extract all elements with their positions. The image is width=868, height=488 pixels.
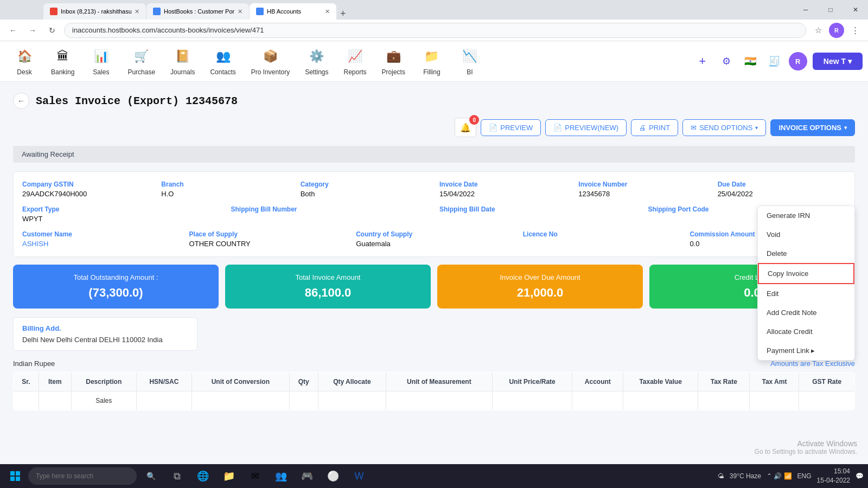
contacts-label: Contacts [210,68,235,76]
add-button[interactable]: + [693,52,712,70]
start-button[interactable] [4,465,26,487]
outstanding-value: (73,300.0) [22,286,210,300]
extensions-button[interactable]: ⋮ [847,23,863,38]
user-avatar[interactable]: R [789,52,807,70]
mail-button[interactable]: ✉ [243,465,267,487]
taskbar-search-input[interactable] [28,467,137,485]
nav-purchase[interactable]: 🛒 Purchase [120,42,163,80]
chrome-button[interactable]: ⚪ [321,465,345,487]
new-transaction-button[interactable]: New T ▾ [813,53,863,70]
preview-icon: 📄 [489,124,497,132]
flag-button[interactable]: 🇮🇳 [741,52,760,70]
nav-bi[interactable]: 📉 BI [451,42,489,80]
maximize-button[interactable]: □ [818,0,843,20]
nav-contacts[interactable]: 👥 Contacts [202,42,243,80]
weather-text: 39°C Haze [730,472,761,480]
nav-desk[interactable]: 🏠 Desk [5,42,43,80]
bookmark-button[interactable]: ☆ [810,23,826,38]
browser-tab-hb-accounts[interactable]: HB Accounts ✕ [250,3,336,20]
void-item[interactable]: Void [758,225,854,244]
send-options-button[interactable]: ✉ SEND OPTIONS ▾ [682,119,766,136]
row-sr [14,391,39,410]
edge-browser-button[interactable]: 🌐 [191,465,215,487]
add-credit-note-item[interactable]: Add Credit Note [758,303,854,322]
allocate-credit-item[interactable]: Allocate Credit [758,322,854,341]
address-input[interactable] [64,23,806,38]
back-nav-button[interactable]: ← [5,23,21,38]
reports-label: Reports [344,68,367,76]
send-dropdown-arrow: ▾ [755,125,758,131]
hostbooks-favicon [153,8,161,15]
nav-sales[interactable]: 📊 Sales [82,42,120,80]
reload-button[interactable]: ↻ [44,23,60,38]
projects-label: Projects [382,68,405,76]
hostbooks-tab-close[interactable]: ✕ [238,8,242,15]
banking-icon: 🏛 [53,47,73,66]
generate-irn-item[interactable]: Generate IRN [758,206,854,225]
minimize-button[interactable]: ─ [793,0,818,20]
notification-area: ⌃ 🔊 📶 [767,472,792,480]
preview-new-button[interactable]: 📄 PREVIEW(NEW) [545,119,627,136]
company-gstin-label: Company GSTIN [22,181,150,188]
invoice-icon-button[interactable]: 🧾 [765,52,783,70]
profile-button[interactable]: R [829,23,844,38]
notifications-bell[interactable]: 💬 [856,472,864,480]
payment-link-item[interactable]: Payment Link [758,341,854,360]
action-bar: 🔔 0 📄 PREVIEW 📄 PREVIEW(NEW) 🖨 PRINT ✉ S… [13,118,855,137]
pro-inventory-icon: 📦 [260,47,280,66]
gmail-favicon [50,8,58,15]
company-gstin-value: 29AADCK7940H000 [22,190,150,198]
col-item: Item [39,373,71,391]
task-view-button[interactable]: ⧉ [165,465,189,487]
copy-invoice-item[interactable]: Copy Invoice [758,263,854,284]
nav-pro-inventory[interactable]: 📦 Pro Inventory [244,42,297,80]
teams-button[interactable]: 👥 [269,465,293,487]
edit-item[interactable]: Edit [758,284,854,303]
search-icon-button[interactable]: 🔍 [139,465,163,487]
row-qty-allocate [318,391,386,410]
gear-button[interactable]: ⚙ [717,52,736,70]
notification-button[interactable]: 🔔 0 [455,118,476,137]
journals-icon: 📔 [173,47,193,66]
forward-nav-button[interactable]: → [25,23,40,38]
preview-label: PREVIEW [500,124,533,132]
hb-favicon [256,8,264,15]
row-tax-amt [750,391,799,410]
back-button[interactable]: ← [13,93,29,109]
word-button[interactable]: W [347,465,371,487]
browser-tab-gmail[interactable]: Inbox (8,213) - rakshithasu@gm... ✕ [43,3,146,20]
nav-reports[interactable]: 📈 Reports [336,42,374,80]
export-type-value: WPYT [22,215,220,223]
licence-no-label: Licence No [523,230,679,238]
gmail-tab-close[interactable]: ✕ [135,8,139,15]
print-button[interactable]: 🖨 PRINT [631,119,678,136]
main-content: ← Sales Invoice (Export) 12345678 🔔 0 📄 … [0,82,868,488]
category-cell: Category Both [301,181,429,198]
nav-filling[interactable]: 📁 Filling [413,42,451,80]
file-explorer-button[interactable]: 📁 [217,465,241,487]
nav-projects[interactable]: 💼 Projects [374,42,413,80]
preview-button[interactable]: 📄 PREVIEW [481,119,541,136]
nav-journals[interactable]: 📔 Journals [163,42,202,80]
row-item [39,391,71,410]
overdue-card: Invoice Over Due Amount 21,000.0 [437,265,643,309]
nav-banking[interactable]: 🏛 Banking [43,42,82,80]
filling-label: Filling [423,68,440,76]
bell-icon: 🔔 [460,123,471,133]
close-button[interactable]: ✕ [843,0,868,20]
new-tab-button[interactable]: + [337,8,349,20]
col-taxable-value: Taxable Value [623,373,698,391]
xbox-button[interactable]: 🎮 [295,465,319,487]
invoice-number-cell: Invoice Number 12345678 [578,181,706,198]
journals-label: Journals [170,68,195,76]
nav-settings[interactable]: ⚙️ Settings [297,42,336,80]
delete-item[interactable]: Delete [758,244,854,263]
overdue-label: Invoice Over Due Amount [446,273,634,281]
browser-tab-hostbooks[interactable]: HostBooks : Customer Portal ✕ [146,3,249,20]
invoice-options-button[interactable]: INVOICE OPTIONS ▾ [770,119,855,136]
row-uoc [192,391,289,410]
taskbar-time-display: 15:04 [817,467,850,476]
pro-inventory-label: Pro Inventory [251,68,290,76]
filling-icon: 📁 [422,47,442,66]
hb-tab-close[interactable]: ✕ [325,8,330,15]
